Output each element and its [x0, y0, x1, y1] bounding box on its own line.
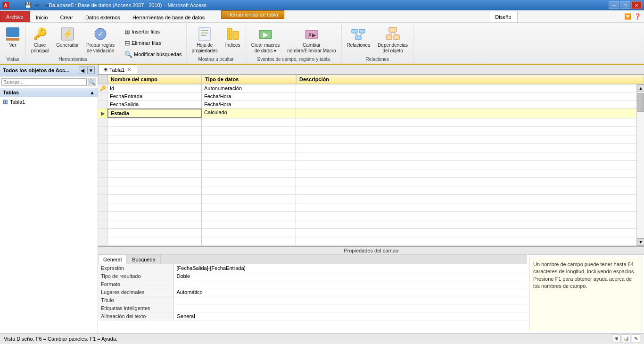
macros-label: Crear macrosde datos ▾ [251, 42, 280, 54]
table-row-fechasalida[interactable]: FechaSalida Fecha/Hora [98, 101, 636, 109]
table-row-fechaentrada[interactable]: FechaEntrada Fecha/Hora [98, 92, 636, 101]
dependencias-label: Dependenciasdel objeto [378, 42, 408, 54]
status-icon-1[interactable]: ⊞ [612, 335, 620, 343]
field-name-fechasalida[interactable]: FechaSalida [107, 101, 202, 108]
status-icon-3[interactable]: ✎ [632, 335, 640, 343]
doc-tab-tabla1[interactable]: ⊞ Tabla1 ✕ [98, 65, 137, 74]
desc-fechasalida[interactable] [296, 101, 636, 108]
table-empty-row[interactable] [98, 212, 636, 220]
table-empty-row[interactable] [98, 220, 636, 229]
table-empty-row[interactable] [98, 127, 636, 135]
qat-dropdown-button[interactable]: ▼ [52, 1, 60, 9]
scroll-track[interactable] [637, 92, 644, 238]
field-props-tab-general[interactable]: General [98, 255, 127, 264]
eliminar-filas-button[interactable]: ⊟ Eliminar filas [122, 38, 163, 48]
table-empty-row[interactable] [98, 152, 636, 161]
prop-value-etiquetas[interactable] [173, 304, 527, 312]
hoja-propiedades-button[interactable]: Hoja depropiedades [189, 25, 221, 56]
undo-qat-button[interactable]: ↩ [33, 1, 41, 9]
table-header-nombre: Nombre del campo [107, 75, 202, 84]
dependencias-button[interactable]: Dependenciasdel objeto [374, 25, 411, 56]
sidebar-search-button[interactable]: 🔍 [88, 78, 96, 86]
tab-herramientas-tabla[interactable]: Herramientas de tabla [221, 10, 284, 19]
table-scrollbar-v[interactable]: ▲ ▼ [636, 84, 644, 246]
field-props-tab-busqueda[interactable]: Búsqueda [127, 255, 161, 264]
table-empty-row[interactable] [98, 118, 636, 127]
prop-value-titulo[interactable] [173, 296, 527, 304]
scroll-thumb[interactable] [637, 93, 644, 112]
prop-value-formato[interactable] [173, 280, 527, 288]
field-name-id[interactable]: Id [107, 84, 202, 92]
status-icons: ⊞ 📊 ✎ [612, 335, 640, 343]
help-icon[interactable]: ❓ [633, 12, 642, 21]
help-minimize-icon[interactable]: 🔽 [623, 12, 632, 21]
cambiar-nombre-button[interactable]: ✗▶ Cambiarnombre/Eliminar Macro [284, 25, 339, 56]
tab-herramientas-db[interactable]: Herramientas de base de datos [126, 12, 211, 22]
status-icon-2[interactable]: 📊 [622, 335, 630, 343]
prop-label-tipo-resultado: Tipo de resultado [98, 272, 173, 280]
ribbon-group-mostrar: Hoja depropiedades Índices Mostrar u ocu… [187, 24, 246, 63]
ver-button[interactable]: Ver [2, 25, 24, 50]
data-type-estadia[interactable]: Calculado [202, 109, 296, 118]
prop-value-alineacion[interactable]: General [173, 312, 527, 320]
svg-rect-0 [6, 27, 19, 37]
scroll-up-button[interactable]: ▲ [637, 84, 644, 92]
sidebar-options-button[interactable]: ▼ [87, 67, 95, 74]
prop-value-tipo-resultado[interactable]: Doble [173, 272, 527, 280]
sidebar-item-tabla1[interactable]: ⊞ Tabla1 [0, 97, 98, 106]
probar-reglas-button[interactable]: ✓ Probar reglasde validación [83, 25, 118, 56]
tab-inicio[interactable]: Inicio [30, 12, 54, 22]
sidebar-search-input[interactable] [1, 78, 87, 86]
prop-value-expresion[interactable]: [FechaSalida]-[FechaEntrada] [173, 264, 527, 272]
tab-archivo[interactable]: Archivo [0, 11, 30, 22]
sidebar-collapse-button[interactable]: ◀ [79, 67, 86, 74]
crear-macros-button[interactable]: ▶ Crear macrosde datos ▾ [248, 25, 283, 56]
table-empty-row[interactable] [98, 144, 636, 152]
scroll-down-button[interactable]: ▼ [637, 238, 644, 246]
ribbon-group-mostrar-content: Hoja depropiedades Índices [189, 25, 244, 56]
table-row-estadia[interactable]: ▶ Estadia Calculado [98, 109, 636, 118]
prop-row-etiquetas: Etiquetas inteligentes [98, 304, 527, 312]
table-empty-row[interactable] [98, 161, 636, 169]
tab-datos-externos[interactable]: Datos externos [79, 12, 126, 22]
desc-fechaentrada[interactable] [296, 92, 636, 100]
table-empty-row[interactable] [98, 237, 636, 246]
field-name-fechaentrada[interactable]: FechaEntrada [107, 92, 202, 100]
relaciones-button[interactable]: Relaciones [344, 25, 373, 50]
desc-estadia[interactable] [296, 109, 636, 118]
sidebar-section-collapse-icon: ▲ [90, 90, 95, 95]
maximize-button[interactable]: □ [620, 1, 630, 9]
modificar-busquedas-button[interactable]: 🔍 Modificar búsquedas [122, 49, 184, 59]
tab-diseno[interactable]: Diseño [489, 11, 517, 22]
table-empty-row[interactable] [98, 178, 636, 186]
data-type-fechasalida[interactable]: Fecha/Hora [202, 101, 296, 108]
ribbon-group-vistas-content: Ver [2, 25, 24, 56]
svg-line-26 [393, 32, 396, 35]
prop-value-decimales[interactable]: Automático [173, 288, 527, 296]
eliminar-filas-label: Eliminar filas [132, 40, 161, 46]
clave-principal-button[interactable]: 🔑 Claveprincipal [28, 25, 52, 56]
table-empty-row[interactable] [98, 135, 636, 144]
redo-qat-button[interactable]: ↪ [42, 1, 51, 9]
indices-button[interactable]: Índices [222, 25, 244, 50]
table-rows: 🔑 Id Autonumeración FechaEntrada Fecha/H… [98, 84, 636, 246]
status-bar: Vista Diseño. F6 = Cambiar paneles. F1 =… [0, 333, 644, 344]
table-row-id[interactable]: 🔑 Id Autonumeración [98, 84, 636, 92]
close-button[interactable]: ✕ [631, 1, 642, 9]
field-name-estadia[interactable]: Estadia [107, 109, 202, 118]
data-type-id[interactable]: Autonumeración [202, 84, 296, 92]
table-empty-row[interactable] [98, 186, 636, 195]
desc-id[interactable] [296, 84, 636, 92]
table-empty-row[interactable] [98, 203, 636, 212]
doc-tab-close-button[interactable]: ✕ [126, 67, 132, 73]
minimize-button[interactable]: ─ [609, 1, 619, 9]
ribbon-tabs: Archivo Inicio Crear Datos externos Herr… [0, 10, 644, 23]
tab-crear[interactable]: Crear [54, 12, 79, 22]
data-type-fechaentrada[interactable]: Fecha/Hora [202, 92, 296, 100]
table-empty-row[interactable] [98, 169, 636, 178]
generador-button[interactable]: ⚡ Generador [53, 25, 82, 50]
table-empty-row[interactable] [98, 229, 636, 237]
save-qat-button[interactable]: 💾 [24, 1, 32, 9]
insertar-filas-button[interactable]: ⊞ Insertar filas [122, 26, 162, 37]
table-empty-row[interactable] [98, 195, 636, 203]
